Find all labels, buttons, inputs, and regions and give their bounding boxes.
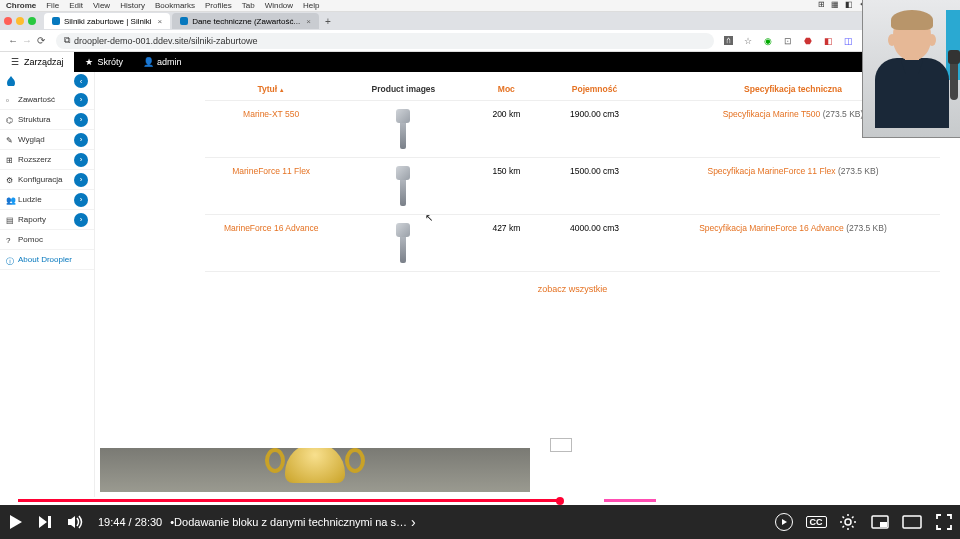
expand-icon[interactable]: › (74, 153, 88, 167)
sidebar-item-appearance[interactable]: ✎Wygląd › (0, 130, 94, 150)
capacity-value: 1900.00 cm3 (543, 101, 646, 158)
spec-link[interactable]: Specyfikacja MarineForce 11 Flex (707, 166, 835, 176)
presenter-figure (873, 12, 951, 132)
miniplayer-button[interactable] (864, 505, 896, 539)
autoplay-toggle[interactable] (768, 505, 800, 539)
browser-tab-strip: Silniki zaburtowe | Silniki × Dane techn… (0, 12, 960, 30)
minimize-window-button[interactable] (16, 17, 24, 25)
mac-menu-profiles[interactable]: Profiles (205, 1, 232, 10)
status-icon[interactable]: ⊞ (818, 0, 825, 11)
product-title-link[interactable]: MarineForce 16 Advance (205, 215, 337, 272)
browser-tab[interactable]: Dane techniczne (Zawartość... × (172, 13, 319, 29)
spec-link[interactable]: Specyfikacja MarineForce 16 Advance (699, 223, 844, 233)
new-tab-button[interactable]: + (321, 16, 335, 27)
theater-button[interactable] (896, 505, 928, 539)
next-button[interactable] (30, 505, 60, 539)
user-menu[interactable]: 👤 admin (133, 52, 192, 72)
engine-image (393, 109, 413, 149)
content-icon: ▫ (6, 96, 14, 104)
forward-button[interactable]: → (20, 35, 34, 46)
close-window-button[interactable] (4, 17, 12, 25)
product-title-link[interactable]: Marine-XT 550 (205, 101, 337, 158)
extension-icon[interactable]: ◫ (842, 35, 854, 47)
extension-icon[interactable]: ⊡ (782, 35, 794, 47)
expand-icon[interactable]: › (74, 93, 88, 107)
expand-icon[interactable]: › (74, 213, 88, 227)
mac-menu-window[interactable]: Window (265, 1, 293, 10)
table-row: MarineForce 11 Flex 150 km 1500.00 cm3 S… (205, 158, 940, 215)
expand-icon[interactable]: › (74, 193, 88, 207)
shortcuts-link[interactable]: ★ Skróty (74, 52, 134, 72)
show-all-link[interactable]: zobacz wszystkie (205, 272, 940, 306)
url-input[interactable]: ⧉ droopler-demo-001.ddev.site/silniki-za… (56, 33, 714, 49)
extension-icon[interactable]: ◉ (762, 35, 774, 47)
table-row: Marine-XT 550 200 km 1900.00 cm3 Specyfi… (205, 101, 940, 158)
close-tab-icon[interactable]: × (306, 17, 311, 26)
mac-app-name[interactable]: Chrome (6, 1, 36, 10)
product-image-cell (337, 101, 469, 158)
cast-icon[interactable] (908, 440, 930, 458)
video-progress-bar[interactable] (0, 497, 960, 505)
shortcuts-label: Skróty (98, 57, 124, 67)
hamburger-icon: ☰ (10, 57, 20, 67)
spec-link[interactable]: Specyfikacja Marine T500 (723, 109, 821, 119)
chapter-chevron-icon[interactable]: › (411, 514, 416, 530)
capacity-value: 4000.00 cm3 (543, 215, 646, 272)
col-title[interactable]: Tytuł (205, 78, 337, 101)
maximize-window-button[interactable] (28, 17, 36, 25)
collapse-sidebar-button[interactable]: ‹ (74, 74, 88, 88)
expand-icon[interactable]: › (74, 173, 88, 187)
drupal-logo-icon (6, 76, 16, 86)
structure-icon: ⌬ (6, 116, 14, 124)
browser-tab-active[interactable]: Silniki zaburtowe | Silniki × (44, 13, 170, 29)
progress-handle[interactable] (556, 497, 564, 505)
star-icon: ★ (84, 57, 94, 67)
translate-icon[interactable]: 🅰 (722, 35, 734, 47)
config-icon: ⚙ (6, 176, 14, 184)
play-button[interactable] (0, 505, 30, 539)
sidebar-item-reports[interactable]: ▤Raporty › (0, 210, 94, 230)
sidebar-item-people[interactable]: 👥Ludzie › (0, 190, 94, 210)
settings-button[interactable] (832, 505, 864, 539)
back-button[interactable]: ← (6, 35, 20, 46)
sidebar-item-about[interactable]: ⓘAbout Droopler (0, 250, 94, 270)
manage-toggle[interactable]: ☰ Zarządzaj (0, 52, 74, 72)
sidebar-item-content[interactable]: ▫Zawartość › (0, 90, 94, 110)
mac-menu-history[interactable]: History (120, 1, 145, 10)
sidebar-item-help[interactable]: ?Pomoc (0, 230, 94, 250)
extension-icon[interactable]: ◧ (822, 35, 834, 47)
mac-menu-view[interactable]: View (93, 1, 110, 10)
col-power[interactable]: Moc (470, 78, 544, 101)
site-info-icon[interactable]: ⧉ (64, 35, 70, 46)
expand-icon[interactable]: › (74, 133, 88, 147)
reload-button[interactable]: ⟳ (34, 35, 48, 46)
mac-menu-bookmarks[interactable]: Bookmarks (155, 1, 195, 10)
mac-menu-edit[interactable]: Edit (69, 1, 83, 10)
bookmark-icon[interactable]: ☆ (742, 35, 754, 47)
layout-selection-box[interactable] (550, 438, 572, 452)
product-title-link[interactable]: MarineForce 11 Flex (205, 158, 337, 215)
status-icon[interactable]: ▦ (831, 0, 839, 11)
captions-button[interactable]: CC (800, 505, 832, 539)
info-icon: ⓘ (6, 256, 14, 264)
favicon-icon (180, 17, 188, 25)
video-controls: 19:44 / 28:30 • Dodawanie bloku z danymi… (0, 505, 960, 539)
window-controls (4, 17, 36, 25)
video-chapter-title[interactable]: Dodawanie bloku z danymi technicznymi na… (174, 516, 407, 528)
url-text: droopler-demo-001.ddev.site/silniki-zabu… (74, 36, 257, 46)
status-icon[interactable]: ◧ (845, 0, 853, 11)
close-tab-icon[interactable]: × (157, 17, 162, 26)
sidebar-item-structure[interactable]: ⌬Struktura › (0, 110, 94, 130)
col-capacity[interactable]: Pojemność (543, 78, 646, 101)
extension-icon[interactable]: ⬣ (802, 35, 814, 47)
mac-menu-help[interactable]: Help (303, 1, 319, 10)
sidebar-item-extend[interactable]: ⊞Rozszerz › (0, 150, 94, 170)
fullscreen-button[interactable] (928, 505, 960, 539)
product-image-cell (337, 158, 469, 215)
sidebar-item-config[interactable]: ⚙Konfiguracja › (0, 170, 94, 190)
reports-icon: ▤ (6, 216, 14, 224)
volume-button[interactable] (60, 505, 90, 539)
mac-menu-tab[interactable]: Tab (242, 1, 255, 10)
expand-icon[interactable]: › (74, 113, 88, 127)
mac-menu-file[interactable]: File (46, 1, 59, 10)
